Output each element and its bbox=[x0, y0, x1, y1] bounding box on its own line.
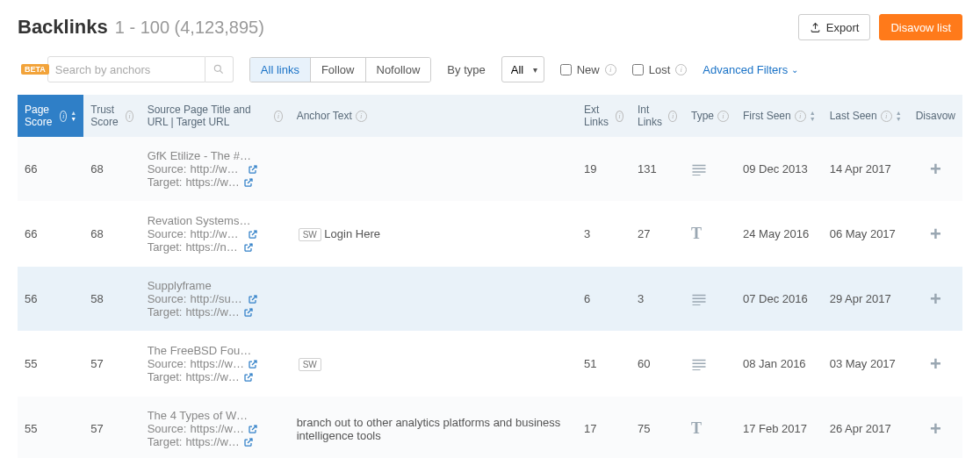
info-icon: i bbox=[60, 111, 67, 122]
cell-ext-links: 51 bbox=[577, 332, 631, 397]
cell-trust-score: 58 bbox=[83, 267, 140, 332]
cell-ext-links: 3 bbox=[577, 202, 631, 267]
source-url: https://ww… bbox=[190, 422, 244, 435]
export-icon bbox=[810, 22, 821, 33]
target-label: Target: bbox=[148, 175, 183, 189]
col-source[interactable]: Source Page Title and URL | Target URL i bbox=[141, 95, 290, 137]
external-link-icon[interactable] bbox=[243, 307, 254, 318]
cell-last-seen: 29 Apr 2017 bbox=[823, 267, 909, 332]
target-url-line: Target: https://ww… bbox=[148, 175, 283, 189]
external-link-icon[interactable] bbox=[248, 424, 258, 434]
table-row[interactable]: 56 58 Supplyframe Source: http://sup… Ta… bbox=[18, 267, 962, 332]
info-icon: i bbox=[675, 64, 687, 75]
table-row[interactable]: 55 57 The FreeBSD Foundat… Source: https… bbox=[18, 332, 962, 397]
cell-ext-links: 19 bbox=[577, 137, 631, 202]
tab-follow[interactable]: Follow bbox=[311, 58, 366, 82]
lost-checkbox-input[interactable] bbox=[632, 64, 644, 75]
source-label: Source: bbox=[148, 292, 187, 305]
info-icon: i bbox=[126, 111, 133, 122]
search-input[interactable] bbox=[47, 56, 205, 82]
add-disavow-button[interactable]: + bbox=[930, 353, 941, 375]
source-title: The FreeBSD Foundat… bbox=[148, 344, 253, 357]
beta-badge: BETA bbox=[21, 64, 49, 75]
new-checkbox-input[interactable] bbox=[560, 64, 572, 75]
cell-first-seen: 07 Dec 2016 bbox=[736, 267, 823, 332]
source-label: Source: bbox=[148, 227, 187, 240]
add-disavow-button[interactable]: + bbox=[930, 158, 941, 180]
external-link-icon[interactable] bbox=[243, 437, 254, 447]
cell-first-seen: 08 Jan 2016 bbox=[736, 332, 823, 397]
sw-badge: SW bbox=[299, 358, 321, 371]
add-disavow-button[interactable]: + bbox=[930, 418, 941, 440]
new-label: New bbox=[577, 63, 600, 76]
cell-ext-links: 17 bbox=[577, 397, 631, 459]
source-label: Source: bbox=[148, 422, 187, 435]
cell-int-links: 27 bbox=[631, 202, 684, 267]
source-label: Source: bbox=[148, 162, 187, 175]
source-title: Supplyframe bbox=[148, 279, 253, 292]
info-icon: i bbox=[795, 111, 806, 122]
cell-int-links: 3 bbox=[631, 267, 684, 332]
tab-all-links[interactable]: All links bbox=[250, 58, 311, 82]
disavow-button[interactable]: Disavow list bbox=[879, 14, 962, 40]
cell-source: The FreeBSD Foundat… Source: https://ww…… bbox=[141, 332, 290, 397]
col-type[interactable]: Type i bbox=[684, 95, 736, 137]
cell-page-score: 66 bbox=[18, 137, 83, 202]
cell-source: GfK Etilize - The #1 Su… Source: http://… bbox=[141, 137, 290, 202]
export-button[interactable]: Export bbox=[798, 14, 871, 40]
col-last-seen[interactable]: Last Seen i ▲▼ bbox=[823, 95, 909, 137]
lost-checkbox[interactable]: Lost i bbox=[632, 63, 688, 76]
new-checkbox[interactable]: New i bbox=[560, 63, 616, 76]
advanced-filters-link[interactable]: Advanced Filters ⌄ bbox=[703, 63, 798, 76]
search-button[interactable] bbox=[205, 56, 234, 82]
cell-anchor: branch out to other analytics platforms … bbox=[290, 397, 577, 459]
source-url-line: Source: https://ww… bbox=[148, 422, 283, 435]
cell-type bbox=[684, 332, 736, 397]
table-row[interactable]: 66 68 Revation Systems: We… Source: http… bbox=[18, 202, 962, 267]
source-url: http://ww… bbox=[190, 162, 244, 175]
table-row[interactable]: 55 57 The 4 Types of Websit… Source: htt… bbox=[18, 397, 962, 459]
lost-label: Lost bbox=[649, 63, 671, 76]
info-icon: i bbox=[616, 111, 623, 122]
cell-last-seen: 03 May 2017 bbox=[823, 332, 909, 397]
cell-disavow: + bbox=[909, 267, 962, 332]
link-type-tabs: All links Follow Nofollow bbox=[249, 57, 432, 82]
cell-page-score: 56 bbox=[18, 267, 83, 332]
page-header: Backlinks 1 - 100 (4,123,895) Export Dis… bbox=[18, 14, 962, 40]
tab-nofollow[interactable]: Nofollow bbox=[366, 58, 431, 82]
page-subtitle: 1 - 100 (4,123,895) bbox=[115, 18, 264, 38]
cell-int-links: 75 bbox=[631, 397, 684, 459]
backlinks-table: Page Score i ▲▼ Trust Score i Source Pag… bbox=[18, 95, 962, 458]
bytype-select[interactable]: All bbox=[501, 56, 544, 82]
source-title: Revation Systems: We… bbox=[148, 214, 253, 227]
cell-page-score: 55 bbox=[18, 332, 83, 397]
page-title: Backlinks bbox=[18, 16, 108, 39]
target-url-line: Target: https://ww… bbox=[148, 370, 283, 383]
external-link-icon[interactable] bbox=[248, 294, 258, 304]
external-link-icon[interactable] bbox=[248, 359, 258, 369]
col-int-links[interactable]: Int Links i bbox=[631, 95, 684, 137]
col-first-seen[interactable]: First Seen i ▲▼ bbox=[736, 95, 823, 137]
search-icon bbox=[213, 63, 225, 75]
col-trust-score[interactable]: Trust Score i bbox=[83, 95, 140, 137]
add-disavow-button[interactable]: + bbox=[930, 288, 941, 310]
col-page-score[interactable]: Page Score i ▲▼ bbox=[18, 95, 83, 137]
col-anchor[interactable]: Anchor Text i bbox=[290, 95, 577, 137]
table-row[interactable]: 66 68 GfK Etilize - The #1 Su… Source: h… bbox=[18, 137, 962, 202]
cell-page-score: 55 bbox=[18, 397, 83, 459]
cell-anchor: SW bbox=[290, 332, 577, 397]
cell-first-seen: 09 Dec 2013 bbox=[736, 137, 823, 202]
external-link-icon[interactable] bbox=[248, 229, 258, 240]
col-ext-links[interactable]: Ext Links i bbox=[577, 95, 631, 137]
add-disavow-button[interactable]: + bbox=[930, 223, 941, 245]
external-link-icon[interactable] bbox=[243, 177, 254, 188]
cell-ext-links: 6 bbox=[577, 267, 631, 332]
external-link-icon[interactable] bbox=[248, 164, 258, 175]
external-link-icon[interactable] bbox=[243, 242, 254, 253]
target-url-line: Target: https://ww… bbox=[148, 305, 283, 318]
source-url-line: Source: http://sup… bbox=[148, 292, 283, 305]
external-link-icon[interactable] bbox=[243, 372, 254, 383]
svg-point-0 bbox=[215, 65, 221, 71]
info-icon: i bbox=[881, 111, 892, 122]
cell-int-links: 131 bbox=[631, 137, 684, 202]
